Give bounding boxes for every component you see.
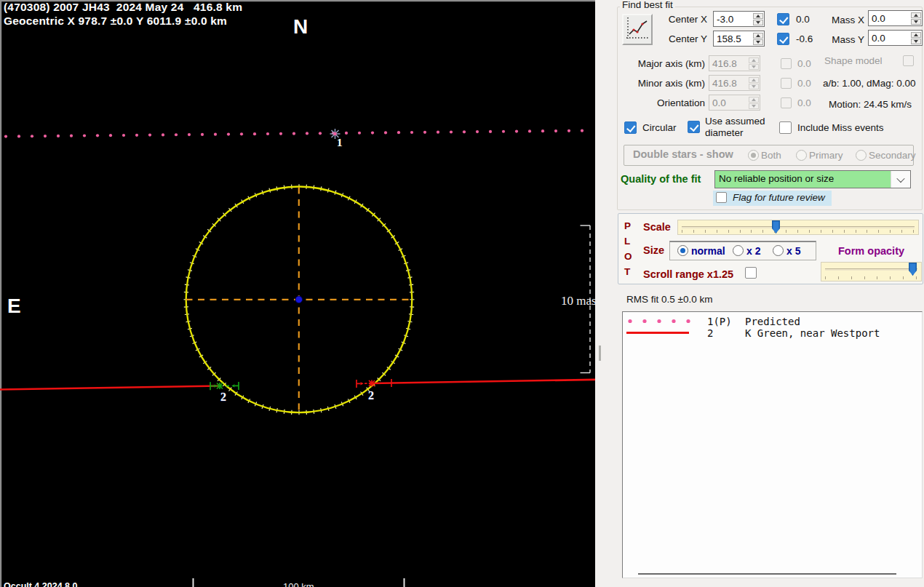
legend-item-1-name[interactable]: Predicted bbox=[745, 316, 800, 327]
flag-review-checkbox[interactable] bbox=[716, 192, 727, 203]
mass-x-down-icon[interactable] bbox=[911, 19, 921, 25]
use-assumed-diameter-checkbox[interactable] bbox=[688, 121, 700, 133]
major-axis-up-icon bbox=[749, 57, 759, 63]
plot-letter-t: T bbox=[624, 267, 630, 278]
size-normal-label: normal bbox=[691, 246, 725, 257]
major-axis-down-icon bbox=[749, 64, 759, 70]
double-stars-title: Double stars - show bbox=[633, 149, 733, 161]
plot-letter-o: O bbox=[624, 252, 632, 263]
center-y-label: Center Y bbox=[626, 34, 707, 45]
legend-item-2-name[interactable]: K Green, near Westport bbox=[745, 327, 880, 339]
center-x-label: Center X bbox=[626, 15, 707, 25]
north-label: N bbox=[293, 15, 308, 38]
minor-axis-value: 416.8 bbox=[709, 76, 748, 90]
center-y-up-icon[interactable] bbox=[753, 33, 763, 39]
center-x-lock-checkbox[interactable] bbox=[777, 13, 789, 25]
legend-listbox[interactable] bbox=[622, 311, 923, 578]
center-y-field[interactable]: 158.5 bbox=[713, 31, 765, 47]
size-normal-radio[interactable] bbox=[677, 245, 688, 256]
double-stars-both-radio bbox=[748, 150, 759, 161]
mass-x-value[interactable]: 0.0 bbox=[869, 11, 910, 25]
occultation-plot[interactable]: 1 bbox=[0, 0, 595, 587]
shape-model-checkbox[interactable] bbox=[903, 55, 914, 66]
center-x-down-icon[interactable] bbox=[753, 20, 763, 25]
size-x2-label: x 2 bbox=[746, 246, 760, 257]
center-x-value[interactable]: -3.0 bbox=[714, 12, 752, 26]
minor-axis-label: Minor axis (km) bbox=[615, 79, 705, 89]
body-center-dot bbox=[295, 296, 303, 303]
plot-background bbox=[0, 0, 595, 587]
double-stars-primary-radio bbox=[796, 150, 807, 161]
splitter-handle[interactable] bbox=[599, 346, 601, 361]
quality-value: No reliable position or size bbox=[715, 171, 891, 188]
plot-letter-l: L bbox=[624, 236, 630, 247]
circular-checkbox[interactable] bbox=[624, 121, 637, 134]
plot-title-line2: Geocentric X 978.7 ±0.0 Y 6011.9 ±0.0 km bbox=[4, 15, 227, 27]
center-x-field[interactable]: -3.0 bbox=[713, 11, 765, 27]
center-y-down-icon[interactable] bbox=[753, 39, 763, 45]
rms-fit-label: RMS fit 0.5 ±0.0 km bbox=[626, 295, 712, 306]
double-stars-secondary-label: Secondary bbox=[869, 151, 916, 161]
use-assumed-diameter-label: Use assumed diameter bbox=[705, 116, 772, 138]
major-axis-value: 416.8 bbox=[709, 56, 748, 71]
size-x2-radio[interactable] bbox=[733, 245, 744, 256]
scale-slider[interactable] bbox=[677, 220, 919, 235]
orientation-lock-checkbox bbox=[781, 97, 792, 108]
minor-axis-lock-checkbox bbox=[781, 78, 792, 89]
major-axis-label: Major axis (km) bbox=[615, 59, 705, 70]
center-x-up-icon[interactable] bbox=[753, 13, 763, 19]
quality-label: Quality of the fit bbox=[621, 174, 701, 185]
east-label: E bbox=[7, 295, 21, 317]
orientation-adj: 0.0 bbox=[797, 98, 811, 109]
find-best-fit-title: Find best fit bbox=[620, 0, 675, 11]
minor-axis-adj: 0.0 bbox=[797, 79, 811, 89]
mass-x-label: Mass X bbox=[815, 15, 864, 26]
plot-border-left bbox=[0, 0, 1, 587]
size-x5-radio[interactable] bbox=[773, 245, 784, 256]
mass-y-up-icon[interactable] bbox=[911, 32, 921, 38]
center-y-lock-checkbox[interactable] bbox=[777, 33, 789, 45]
orientation-label: Orientation bbox=[615, 98, 705, 109]
major-axis-field: 416.8 bbox=[709, 55, 760, 71]
legend-predicted-dots-icon bbox=[628, 319, 690, 323]
mass-y-value[interactable]: 0.0 bbox=[869, 31, 910, 45]
mass-x-field[interactable]: 0.0 bbox=[868, 10, 923, 26]
chord-label-right: 2 bbox=[368, 389, 374, 402]
orientation-value: 0.0 bbox=[709, 95, 748, 110]
scroll-range-checkbox[interactable] bbox=[745, 267, 757, 279]
km-scale-label: 100 km bbox=[283, 581, 314, 587]
quality-select[interactable]: No reliable position or size bbox=[714, 170, 911, 188]
minor-axis-down-icon bbox=[749, 84, 759, 89]
plot-letter-p: P bbox=[624, 221, 631, 232]
center-y-value[interactable]: 158.5 bbox=[714, 31, 752, 46]
major-axis-lock-checkbox bbox=[781, 58, 792, 69]
quality-dropdown-button[interactable] bbox=[891, 171, 910, 188]
major-axis-adj: 0.0 bbox=[797, 59, 811, 70]
legend-hscrollbar[interactable] bbox=[638, 573, 896, 575]
double-stars-secondary-radio bbox=[856, 150, 867, 161]
flag-review-label: Flag for future review bbox=[733, 193, 825, 204]
angular-scale-label: 10 mas bbox=[561, 294, 595, 308]
mass-y-field[interactable]: 0.0 bbox=[868, 30, 923, 46]
center-y-adj: -0.6 bbox=[796, 34, 813, 45]
include-miss-events-checkbox[interactable] bbox=[779, 121, 792, 134]
occult-fit-window: 1 bbox=[0, 0, 924, 587]
orientation-up-icon bbox=[749, 97, 759, 103]
ab-dmag-label: a/b: 1.00, dMag: 0.00 bbox=[823, 79, 916, 89]
minor-axis-field: 416.8 bbox=[709, 75, 760, 91]
include-miss-events-label: Include Miss events bbox=[797, 123, 884, 134]
form-opacity-slider[interactable] bbox=[821, 262, 922, 281]
chord-label-left: 2 bbox=[220, 391, 226, 403]
shape-model-label: Shape model bbox=[824, 56, 883, 67]
form-opacity-label: Form opacity bbox=[838, 246, 904, 257]
legend-item-1-id[interactable]: 1(P) bbox=[707, 316, 732, 327]
legend-item-2-id[interactable]: 2 bbox=[707, 327, 713, 339]
chevron-down-icon bbox=[896, 174, 904, 182]
orientation-down-icon bbox=[749, 103, 759, 109]
center-x-adj: 0.0 bbox=[796, 15, 810, 25]
mass-y-down-icon[interactable] bbox=[911, 39, 921, 44]
orientation-field: 0.0 bbox=[709, 95, 760, 111]
mass-x-up-icon[interactable] bbox=[911, 12, 921, 18]
size-x5-label: x 5 bbox=[786, 246, 800, 257]
scale-label: Scale bbox=[643, 222, 671, 233]
